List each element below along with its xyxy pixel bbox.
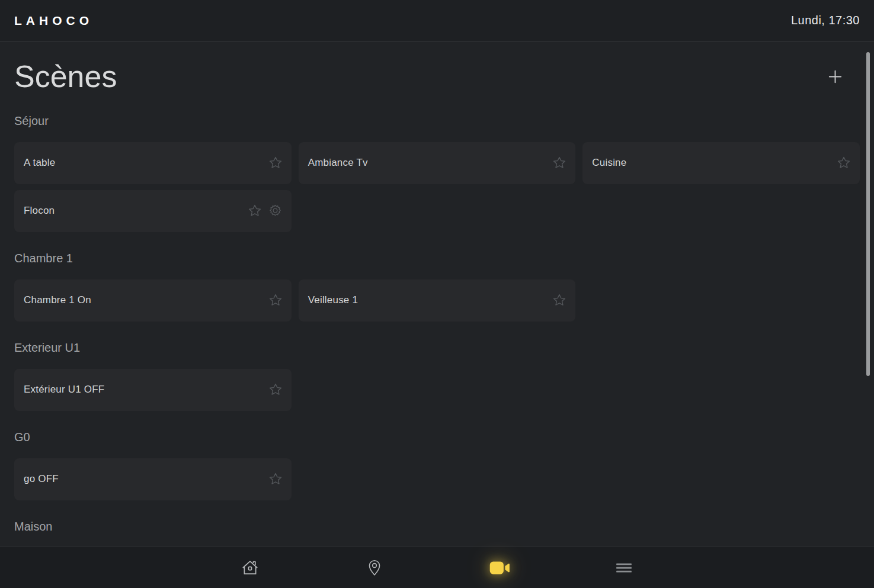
- scene-card-label: Extérieur U1 OFF: [24, 384, 262, 396]
- nav-item-video-camera[interactable]: [437, 547, 562, 588]
- scene-card-label: Veilleuse 1: [308, 294, 547, 306]
- star-icon[interactable]: [268, 382, 283, 397]
- app-header: LAHOCO Lundi, 17:30: [0, 0, 874, 41]
- star-icon[interactable]: [836, 155, 851, 171]
- scene-card-label: Ambiance Tv: [308, 157, 547, 169]
- scene-card-label: A table: [24, 157, 262, 169]
- scene-card-label: Cuisine: [592, 157, 831, 169]
- section-label: Séjour: [14, 114, 860, 128]
- scene-card-label: Chambre 1 On: [24, 294, 262, 306]
- star-icon[interactable]: [552, 293, 567, 308]
- star-icon[interactable]: [268, 471, 283, 487]
- location-pin-icon: [365, 558, 384, 577]
- title-row: Scènes: [14, 59, 860, 95]
- home-icon: [240, 558, 260, 578]
- section-label: G0: [14, 430, 860, 444]
- star-icon[interactable]: [552, 155, 567, 171]
- scene-card[interactable]: Flocon: [14, 190, 292, 232]
- scene-card-label: go OFF: [24, 473, 262, 485]
- video-camera-icon: [488, 558, 511, 577]
- scene-card[interactable]: go OFF: [14, 458, 292, 500]
- brand-logo: LAHOCO: [14, 14, 93, 28]
- bottom-nav: [0, 547, 874, 588]
- page-title: Scènes: [14, 59, 117, 95]
- scene-card[interactable]: Extérieur U1 OFF: [14, 369, 292, 411]
- scenes-page: Scènes SéjourA tableAmbiance TvCuisineFl…: [0, 41, 874, 546]
- scrollbar-thumb[interactable]: [866, 52, 870, 376]
- scene-card[interactable]: Cuisine: [582, 142, 860, 184]
- scene-card[interactable]: Ambiance Tv: [299, 142, 576, 184]
- plus-icon: [827, 68, 844, 85]
- scene-card-label: Flocon: [24, 205, 242, 217]
- card-grid: go OFF: [14, 458, 860, 500]
- scene-card[interactable]: A table: [14, 142, 292, 184]
- scene-card[interactable]: Chambre 1 On: [14, 279, 292, 322]
- star-icon[interactable]: [268, 155, 283, 171]
- card-grid: A tableAmbiance TvCuisineFlocon: [14, 142, 860, 232]
- card-grid: Chambre 1 OnVeilleuse 1: [14, 279, 860, 322]
- section-label: Maison: [14, 519, 860, 534]
- scene-sections: SéjourA tableAmbiance TvCuisineFloconCha…: [14, 114, 860, 534]
- datetime-label: Lundi, 17:30: [791, 14, 860, 27]
- nav-item-location-pin[interactable]: [312, 547, 437, 588]
- section-label: Exterieur U1: [14, 340, 860, 355]
- add-scene-button[interactable]: [823, 65, 847, 89]
- nav-item-home[interactable]: [188, 547, 313, 588]
- menu-icon: [615, 560, 633, 576]
- card-grid: Extérieur U1 OFF: [14, 369, 860, 411]
- scene-card[interactable]: Veilleuse 1: [299, 279, 576, 322]
- star-icon[interactable]: [247, 203, 262, 219]
- section-label: Chambre 1: [14, 251, 860, 265]
- gear-icon[interactable]: [268, 203, 283, 219]
- bottom-nav-items: [188, 547, 687, 588]
- star-icon[interactable]: [268, 293, 283, 308]
- nav-item-menu[interactable]: [562, 547, 687, 588]
